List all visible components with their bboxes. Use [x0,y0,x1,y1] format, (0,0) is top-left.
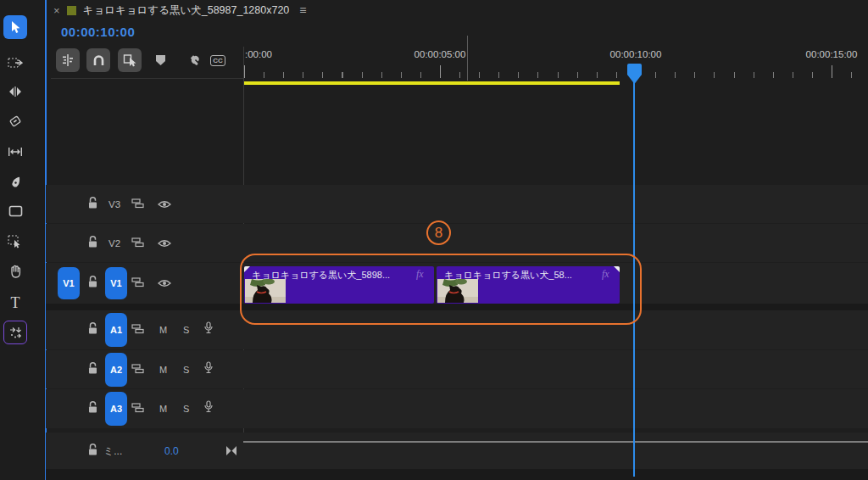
mix-track-label: ミ... [103,444,122,458]
playhead-head-icon[interactable] [627,64,642,84]
selection-arrow-icon [8,20,22,34]
hand-tool-button[interactable] [3,260,27,283]
type-tool-button[interactable]: T [3,291,27,315]
track-lock-icon[interactable] [87,361,98,377]
track-output-eye-icon[interactable] [158,197,171,212]
toolbar-divider [51,78,243,79]
track-lock-icon[interactable] [87,235,98,251]
hand-icon [8,265,22,278]
slip-icon [8,147,23,157]
solo-button[interactable]: S [183,325,189,335]
remix-tool-button[interactable] [3,321,27,344]
track-lock-icon[interactable] [87,401,98,417]
linked-selection-toggle-button[interactable] [118,48,142,72]
track-output-eye-icon[interactable] [158,236,171,251]
object-selection-tool-button[interactable] [3,230,27,254]
solo-button[interactable]: S [183,365,189,375]
track-target-a2-button[interactable]: A2 [105,353,127,387]
selection-tool-button[interactable] [3,15,27,39]
mix-volume-rubber-band[interactable] [243,441,868,443]
ruler-label-5: 00:00:05:00 [415,49,466,59]
voiceover-record-mic-icon[interactable] [203,400,214,417]
timeline-panel: T × キョロキョロする黒い犬_58987_1280x720 ≡ 00:00:1… [0,0,868,480]
razor-tool-button[interactable] [3,109,27,133]
track-lock-icon[interactable] [87,196,98,212]
track-target-a3-button[interactable]: A3 [105,392,127,426]
captions-cc-icon: CC [210,55,225,66]
wrench-icon [186,53,199,67]
slip-tool-button[interactable] [3,140,27,164]
playhead-timecode[interactable]: 00:00:10:00 [61,25,135,39]
pen-tool-button[interactable] [3,170,27,193]
track-lock-icon[interactable] [87,322,98,338]
edit-point-marker-line [467,36,468,81]
track-lock-icon[interactable] [87,443,98,459]
annotation-number: 8 [435,225,442,242]
sequence-tab-title[interactable]: キョロキョロする黒い犬_58987_1280x720 [83,3,290,18]
source-patch-v1-button[interactable]: V1 [58,267,80,299]
snap-toggle-button[interactable] [86,48,110,72]
track-select-forward-tool-button[interactable] [3,51,27,75]
track-row-v3: V3 [46,185,868,223]
voiceover-record-mic-icon[interactable] [203,321,214,338]
snap-magnet-icon [92,54,105,67]
razor-icon [8,114,22,128]
mute-button[interactable]: M [159,365,167,375]
sync-lock-icon[interactable] [131,401,144,416]
track-target-v1-button[interactable]: V1 [105,267,127,299]
sync-lock-icon[interactable] [131,236,144,251]
add-marker-button[interactable] [148,48,172,72]
timeline-settings-button[interactable] [181,48,204,72]
track-target-v3[interactable]: V3 [108,199,120,209]
insert-nest-toggle-button[interactable] [56,48,80,72]
work-area-bar[interactable] [244,81,620,85]
time-ruler[interactable]: :00:00 00:00:05:00 00:00:10:00 00:00:15:… [243,47,868,78]
ruler-label-10: 00:00:10:00 [610,49,662,59]
remix-icon [8,326,23,340]
ruler-label-15: 00:00:15:00 [806,49,858,59]
track-row-mix: ミ... 0.0 [46,433,868,469]
sync-lock-icon[interactable] [131,322,144,338]
tools-sidebar: T [0,0,45,480]
sync-lock-icon[interactable] [131,362,144,377]
captions-button[interactable]: CC [206,48,230,72]
ripple-edit-tool-button[interactable] [3,80,27,103]
panel-menu-icon[interactable]: ≡ [299,3,307,17]
nest-sequence-icon [61,53,75,67]
track-target-v2[interactable]: V2 [108,238,120,248]
sync-lock-icon[interactable] [131,276,144,291]
tab-close-icon[interactable]: × [53,4,60,17]
track-lock-icon[interactable] [87,276,98,292]
sequence-icon [67,6,76,15]
sequence-tab-bar: × キョロキョロする黒い犬_58987_1280x720 ≡ [47,0,868,20]
rectangle-tool-button[interactable] [3,199,27,223]
sync-lock-icon[interactable] [131,197,144,212]
keyframes-toggle-icon[interactable] [225,444,237,459]
annotation-highlight-box [240,254,642,325]
solo-button[interactable]: S [183,404,189,414]
mix-volume-value[interactable]: 0.0 [164,445,179,457]
ripple-edit-icon [8,86,23,98]
mute-button[interactable]: M [159,325,167,335]
mute-button[interactable]: M [159,404,167,414]
voiceover-record-mic-icon[interactable] [203,361,214,378]
linked-selection-icon [123,53,137,67]
rectangle-icon [8,205,23,217]
marker-icon [155,54,166,66]
track-select-forward-icon [8,56,23,70]
track-output-eye-icon[interactable] [158,276,171,291]
track-row-a3: A3 M S [46,389,868,428]
ruler-label-0: :00:00 [245,49,272,59]
pen-icon [9,175,22,188]
object-selection-icon [8,235,23,248]
annotation-number-badge: 8 [426,220,451,245]
track-row-a2: A2 M S [46,350,868,388]
type-tool-label: T [11,295,20,310]
track-target-a1-button[interactable]: A1 [105,313,127,347]
timeline-bottom-gutter [46,469,868,480]
